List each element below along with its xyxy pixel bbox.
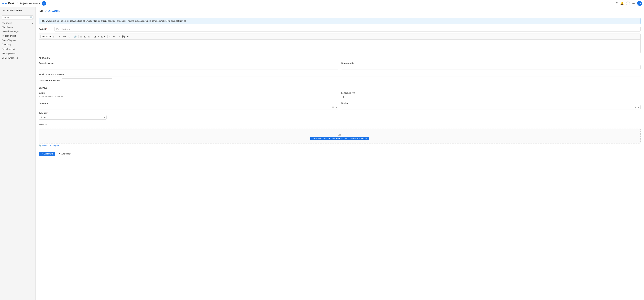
datum-field: Datum kein Startdatum - kein End bbox=[39, 92, 338, 99]
title-prefix: Neu bbox=[39, 9, 45, 13]
sidebar-title: Arbeitspakete bbox=[7, 9, 22, 12]
grid-icon[interactable]: ⠿ bbox=[616, 2, 618, 5]
main-header-actions: ⛶ ⋯ bbox=[634, 9, 640, 13]
zugewiesen-input[interactable] bbox=[39, 65, 338, 69]
topbar-right: ⠿ 🔔 ? ⋯ NW bbox=[616, 1, 642, 6]
sidebar-item-gantt-diagramm[interactable]: Gantt-Diagramm bbox=[0, 38, 35, 43]
kategorie-select[interactable]: ✕ ▼ bbox=[39, 105, 338, 109]
sidebar-back-button[interactable]: ← bbox=[2, 9, 6, 12]
verantwortlich-select[interactable] bbox=[341, 65, 640, 70]
content-area: Bitte wählen Sie ein Projekt für das Arb… bbox=[36, 15, 644, 300]
project-select[interactable]: Projekt wählen ▼ bbox=[54, 27, 640, 32]
datum-display[interactable]: kein Startdatum - kein End bbox=[39, 95, 338, 99]
editor-toolbar: Absatz B I S </> ☺ 🔗 ☰ ⊟ ☑ 🖼 ❝ ⊞ ▼ ↩ ↪ bbox=[39, 34, 640, 40]
sidebar-section-standard: STANDARD ▲ bbox=[0, 21, 35, 25]
details-row-2: Kategorie ✕ ▼ Version ✕ ▼ bbox=[39, 102, 640, 109]
section-schaetzungen: SCHÄTZUNGEN & ZEITEN bbox=[39, 72, 640, 77]
toolbar-divider-5 bbox=[117, 35, 117, 38]
save-draft-button[interactable]: 💾 bbox=[121, 35, 126, 39]
redo-button[interactable]: ↪ bbox=[112, 35, 116, 39]
help-icon[interactable]: ? bbox=[626, 2, 630, 5]
project-selector[interactable]: Projekt auswählen ▼ bbox=[20, 2, 40, 5]
info-banner: Bitte wählen Sie ein Projekt für das Arb… bbox=[39, 18, 640, 24]
search-icon: 🔍 bbox=[30, 16, 33, 19]
form-actions: ✓ Speichern ✕ Abbrechen bbox=[39, 150, 640, 158]
sidebar-item-letzte-aenderungen[interactable]: Letzte Änderungen bbox=[0, 29, 35, 34]
bell-icon[interactable]: 🔔 bbox=[620, 2, 624, 5]
prioritaet-arrow-button[interactable]: ▼ bbox=[103, 117, 106, 118]
more-options-icon[interactable]: ⋯ bbox=[638, 9, 640, 13]
prioritaet-select[interactable]: ▼ bbox=[39, 115, 106, 120]
search-input[interactable] bbox=[2, 16, 34, 20]
sidebar-item-label: Shared with users bbox=[2, 57, 18, 59]
prioritaet-label: Priorität * bbox=[39, 112, 640, 115]
version-arrow-button[interactable]: ▼ bbox=[637, 106, 640, 108]
fortschritt-input[interactable] bbox=[341, 95, 358, 99]
avatar[interactable]: NW bbox=[637, 1, 642, 6]
sidebar-item-label: Mir zugewiesen bbox=[2, 52, 16, 55]
aufwand-row: Geschätzter Aufwand bbox=[39, 78, 640, 83]
bold-button[interactable]: B bbox=[52, 35, 55, 39]
emoji-button[interactable]: ☺ bbox=[67, 35, 71, 39]
logo: openDesk bbox=[2, 2, 14, 5]
version-field: Version ✕ ▼ bbox=[341, 102, 640, 109]
save-label: Speichern bbox=[44, 153, 53, 155]
version-clear-button[interactable]: ✕ bbox=[634, 106, 637, 108]
sidebar-item-erstellt-von-mir[interactable]: Erstellt von mir bbox=[0, 47, 35, 51]
bullet-list-button[interactable]: ☰ bbox=[79, 35, 83, 39]
main-header: Neu AUFGABE ⛶ ⋯ bbox=[36, 7, 644, 15]
italic-button[interactable]: I bbox=[56, 35, 58, 39]
image-button[interactable]: 🖼 bbox=[93, 35, 97, 39]
link-button[interactable]: 🔗 bbox=[73, 35, 78, 39]
zugewiesen-field: Zugewiesen an bbox=[39, 62, 338, 70]
project-select-placeholder: Projekt wählen bbox=[56, 28, 70, 30]
attach-icon: 📎 bbox=[39, 144, 42, 147]
zugewiesen-select[interactable] bbox=[39, 65, 338, 70]
editor-body[interactable] bbox=[39, 40, 640, 53]
sidebar-item-shared-with-users[interactable]: Shared with users bbox=[0, 56, 35, 60]
cancel-button[interactable]: ✕ Abbrechen bbox=[56, 152, 74, 156]
drop-zone[interactable]: ☁ Dateien hier ablegen oder anklicken, u… bbox=[39, 129, 640, 143]
verantwortlich-input[interactable] bbox=[341, 65, 640, 69]
attach-files-link[interactable]: 📎 Dateien anhängen bbox=[39, 144, 640, 147]
kategorie-arrow-button[interactable]: ▼ bbox=[334, 106, 338, 108]
save-button[interactable]: ✓ Speichern bbox=[39, 152, 55, 156]
attachments-section: ☁ Dateien hier ablegen oder anklicken, u… bbox=[39, 129, 640, 147]
drop-zone-text: Dateien hier ablegen oder anklicken, um … bbox=[43, 137, 637, 140]
sidebar-item-kueerzlich-erstellt[interactable]: Kürzlich erstellt bbox=[0, 34, 35, 38]
format-select[interactable]: Absatz bbox=[40, 35, 52, 39]
sidebar-section-label: STANDARD bbox=[2, 22, 12, 24]
sidebar-item-label: Gantt-Diagramm bbox=[2, 39, 17, 42]
sidebar-item-label: Überfällig bbox=[2, 44, 11, 46]
sidebar-item-mir-zugewiesen[interactable]: Mir zugewiesen bbox=[0, 51, 35, 56]
undo-button[interactable]: ↩ bbox=[108, 35, 112, 39]
fortschritt-field: Fortschritt (%) bbox=[341, 92, 640, 99]
quote-button[interactable]: ❝ bbox=[97, 35, 100, 39]
expand-icon[interactable]: ⛶ bbox=[634, 10, 636, 13]
prioritaet-input[interactable] bbox=[39, 115, 103, 119]
code-button[interactable]: </> bbox=[62, 35, 67, 38]
topbar: openDesk ⠿ Projekt auswählen ▼ + ⠿ 🔔 ? ⋯… bbox=[0, 0, 644, 7]
title-main: AUFGABE bbox=[45, 9, 60, 13]
task-list-button[interactable]: ☑ bbox=[87, 35, 91, 39]
sidebar-item-label: Erstellt von mir bbox=[2, 48, 16, 50]
project-select-chevron: ▼ bbox=[637, 28, 639, 30]
sidebar-item-alle-offenen[interactable]: Alle offenen bbox=[0, 25, 35, 29]
kategorie-input[interactable] bbox=[39, 105, 332, 109]
sidebar-section-chevron[interactable]: ▲ bbox=[32, 22, 33, 24]
version-input[interactable] bbox=[341, 105, 634, 109]
ordered-list-button[interactable]: ⊟ bbox=[84, 35, 87, 39]
project-selector-label: Projekt auswählen bbox=[20, 2, 38, 5]
kategorie-clear-button[interactable]: ✕ bbox=[332, 106, 334, 108]
kategorie-field: Kategorie ✕ ▼ bbox=[39, 102, 338, 109]
apps-icon[interactable]: ⠿ bbox=[16, 2, 18, 5]
version-select[interactable]: ✕ ▼ bbox=[341, 105, 640, 109]
table-button[interactable]: ⊞ ▼ bbox=[100, 35, 106, 39]
add-button[interactable]: + bbox=[42, 1, 46, 6]
help-button[interactable]: ? bbox=[118, 35, 121, 39]
strikethrough-button[interactable]: S bbox=[58, 35, 62, 39]
preview-button[interactable]: 👁 bbox=[126, 35, 130, 39]
more-icon[interactable]: ⋯ bbox=[632, 2, 635, 5]
sidebar-item-ueberfaellig[interactable]: Überfällig bbox=[0, 43, 35, 47]
aufwand-input[interactable] bbox=[62, 78, 112, 83]
